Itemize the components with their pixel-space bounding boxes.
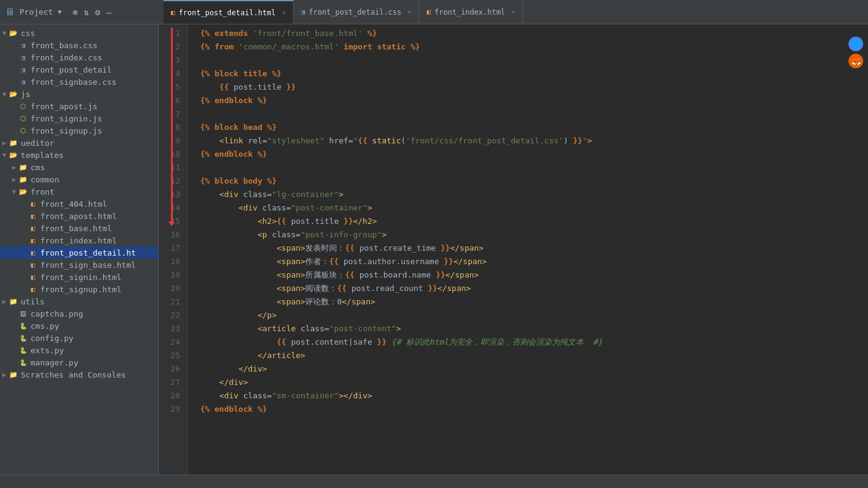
token (253, 403, 258, 416)
minimize-icon[interactable]: – (105, 6, 112, 18)
tree-item-front-base-html[interactable]: ◧front_base.html (0, 222, 158, 234)
tree-item-scratches-and-consoles[interactable]: ▶📁Scratches and Consoles (0, 368, 158, 381)
token (200, 268, 277, 282)
tree-item-cms[interactable]: ▶📁cms (0, 161, 158, 173)
token (200, 188, 219, 201)
tree-label: config.py (31, 334, 158, 343)
project-label: Project (20, 7, 53, 16)
folder-icon: 📂 (18, 187, 28, 196)
tree-label: front_signup.html (40, 285, 158, 294)
tree-item-front-signin-js[interactable]: ⬡front_signin.js (0, 112, 158, 124)
token (210, 403, 215, 416)
token: {{ (219, 81, 229, 94)
tree-item-manager-py[interactable]: 🐍manager.py (0, 356, 158, 368)
token (386, 336, 391, 349)
line-number-23: 23 (159, 322, 187, 336)
tree-item-front-signin-html[interactable]: ◧front_signin.html (0, 271, 158, 283)
token (200, 376, 219, 389)
tree-item-front-sign-base-html[interactable]: ◧front_sign_base.html (0, 259, 158, 271)
sidebar[interactable]: ▼📂css◨front_base.css◨front_index.css◨fro… (0, 24, 159, 475)
line-number-27: 27 (159, 376, 187, 389)
code-line-9: <link rel="stylesheet" href="{{ static('… (195, 134, 868, 148)
token (200, 309, 258, 322)
tab-close-button[interactable]: × (408, 8, 412, 16)
tab-icon-css: ◨ (301, 8, 305, 16)
red-arrow-indicator (171, 27, 173, 223)
gutter-7 (188, 105, 195, 118)
tab-close-button[interactable]: × (511, 8, 515, 16)
tab-close-button[interactable]: × (282, 9, 286, 16)
tree-item-front[interactable]: ▼📂front (0, 185, 158, 198)
token (267, 228, 272, 242)
tab-tab3[interactable]: ◧front_index.html× (419, 0, 523, 24)
tree-label: front_signbase.css (31, 77, 158, 87)
tree-item-js[interactable]: ▼📂js (0, 88, 158, 100)
token: = (267, 389, 272, 403)
token: </span> (446, 268, 479, 282)
tree-label: front_signup.js (31, 126, 158, 135)
token (200, 255, 277, 268)
tree-item-config-py[interactable]: 🐍config.py (0, 332, 158, 344)
token: = (262, 134, 267, 148)
token: {% (200, 403, 210, 416)
tree-item-front-apost-html[interactable]: ◧front_apost.html (0, 210, 158, 222)
tree-item-front-signup-js[interactable]: ⬡front_signup.js (0, 124, 158, 137)
code-line-16: <p class="post-info-group"> (195, 228, 868, 242)
token: 评论数：0 (305, 295, 342, 309)
folder-icon: 📁 (18, 174, 28, 184)
tree-item-front-signup-html[interactable]: ◧front_signup.html (0, 283, 158, 295)
token: <p (258, 228, 267, 242)
tree-label: front_base.css (31, 41, 158, 50)
line-number-7: 7 (159, 107, 187, 121)
gutter-29 (188, 400, 195, 414)
tree-item-ueditor[interactable]: ▶📁ueditor (0, 137, 158, 149)
token: "sm-container" (272, 389, 339, 403)
right-icons: 🌐 🦊 (848, 37, 863, 68)
token: = (349, 134, 353, 148)
project-dropdown-icon[interactable]: ▼ (58, 9, 62, 15)
gutter-1 (188, 24, 195, 38)
firefox-icon[interactable]: 🦊 (848, 54, 863, 68)
token (200, 336, 277, 349)
token: </h2> (353, 215, 377, 228)
js-file-icon: ⬡ (18, 113, 28, 123)
token (200, 134, 219, 148)
editor-content[interactable]: 1234567891011121314151617181920212223242… (159, 24, 868, 475)
gutter-2 (188, 38, 195, 51)
tree-item-captcha-png[interactable]: 🖼captcha.png (0, 307, 158, 320)
tree-item-css[interactable]: ▼📂css (0, 27, 158, 39)
tab-tab1[interactable]: ◧front_post_detail.html× (164, 0, 294, 24)
tree-item-templates[interactable]: ▼📂templates (0, 149, 158, 161)
token: static (377, 40, 406, 54)
tree-item-utils[interactable]: ▶📁utils (0, 295, 158, 307)
token (200, 362, 239, 376)
line-number-12: 12 (159, 174, 187, 188)
tree-item-front-post-detail[interactable]: ◨front_post_detail (0, 63, 158, 76)
tree-item-front-apost-js[interactable]: ⬡front_apost.js (0, 100, 158, 112)
tree-item-front-404-html[interactable]: ◧front_404.html (0, 198, 158, 210)
sort-icon[interactable]: ⇅ (82, 6, 90, 18)
tree-item-front-index-html[interactable]: ◧front_index.html (0, 234, 158, 246)
token: {% (200, 27, 210, 40)
line-number-20: 20 (159, 282, 187, 295)
tab-tab2[interactable]: ◨front_post_detail.css× (294, 0, 419, 24)
tree-arrow-icon: ▶ (10, 176, 18, 184)
tree-label: front_sign_base.html (40, 260, 158, 270)
token: href (329, 134, 348, 148)
line-number-28: 28 (159, 389, 187, 403)
line-number-8: 8 (159, 121, 187, 134)
token (258, 201, 262, 215)
tree-item-exts-py[interactable]: 🐍exts.py (0, 344, 158, 356)
settings-icon[interactable]: ⚙ (94, 6, 101, 18)
tree-item-front-signbase-css[interactable]: ◨front_signbase.css (0, 76, 158, 88)
tree-item-front-post-detail-ht[interactable]: ◧front_post_detail.ht (0, 246, 158, 259)
chrome-icon[interactable]: 🌐 (848, 37, 863, 51)
tree-item-front-base-css[interactable]: ◨front_base.css (0, 39, 158, 51)
token (200, 349, 258, 362)
tree-item-common[interactable]: ▶📁common (0, 173, 158, 185)
tree-item-front-index-css[interactable]: ◨front_index.css (0, 51, 158, 63)
tree-item-cms-py[interactable]: 🐍cms.py (0, 320, 158, 332)
add-icon[interactable]: ⊕ (71, 6, 79, 18)
py-file-icon: 🐍 (18, 321, 28, 331)
token: post.content|safe (286, 336, 377, 349)
